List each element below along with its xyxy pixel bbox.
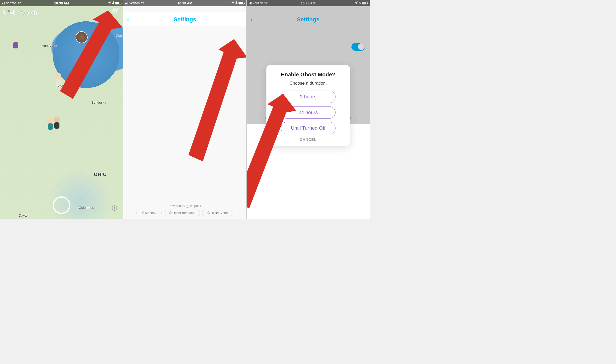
signal-icon (125, 2, 128, 4)
map-label-ohio: OHIO (94, 172, 107, 177)
map-label-dayton: Dayton (19, 214, 29, 217)
nav-header: ‹ Settings (247, 12, 370, 27)
dg-attrib[interactable]: © DigitalGlobe (202, 210, 233, 216)
location-arrow-icon (231, 1, 234, 5)
friend-bitmoji[interactable] (52, 117, 62, 130)
page-title: Settings (174, 16, 196, 23)
back-button[interactable]: ‹ (250, 15, 253, 24)
carrier-label: Verizon (253, 1, 263, 5)
nav-header: ‹ Settings (123, 12, 246, 27)
modal-title: Enable Ghost Mode? (271, 71, 345, 78)
camera-shutter-button[interactable] (53, 196, 70, 214)
battery-icon (362, 2, 368, 4)
carrier-label: Verizon (6, 1, 16, 5)
ghost-mode-toggle[interactable] (351, 43, 365, 51)
annotation-arrow-icon (185, 39, 247, 161)
map-label-sandusky: Sandusky (91, 101, 106, 104)
page-title: Settings (297, 16, 320, 23)
modal-subtitle: Choose a duration. (271, 81, 345, 86)
search-label[interactable]: Search (19, 9, 37, 16)
location-arrow-icon (355, 1, 358, 5)
bluetooth-icon (112, 1, 114, 5)
clock-label: 10:38 AM (178, 1, 192, 5)
wifi-icon (17, 1, 21, 5)
back-button[interactable]: ‹ (4, 9, 6, 17)
battery-icon (239, 2, 244, 4)
status-bar: Verizon 10:38 AM (247, 0, 370, 6)
clock-label: 10:38 AM (301, 1, 316, 5)
svg-marker-9 (188, 39, 247, 161)
bluetooth-icon (359, 1, 361, 5)
svg-marker-10 (247, 94, 296, 208)
annotation-arrow-icon (55, 10, 123, 99)
search-icon[interactable] (10, 9, 15, 16)
map-label-columbus: Columbus (79, 206, 94, 210)
locate-me-button[interactable] (111, 204, 118, 212)
back-button[interactable]: ‹ (127, 15, 129, 24)
signal-icon (2, 2, 5, 4)
wifi-icon (264, 1, 268, 5)
status-bar: Verizon 10:38 AM (123, 0, 246, 6)
signal-icon (249, 2, 252, 4)
wifi-icon (141, 1, 144, 5)
clock-label: 10:38 AM (54, 1, 69, 5)
svg-marker-8 (60, 10, 123, 99)
mapbox-attrib[interactable]: © Mapbox (136, 210, 162, 216)
carrier-label: Verizon (129, 1, 140, 5)
mapbox-logo-icon: 🄼 mapbox (186, 204, 201, 208)
location-arrow-icon (108, 1, 111, 5)
bluetooth-icon (235, 1, 237, 5)
svg-point-7 (114, 207, 115, 209)
svg-line-1 (13, 13, 15, 15)
status-bar: Verizon 10:38 AM (0, 0, 123, 6)
battery-icon (115, 2, 121, 4)
annotation-arrow-icon (247, 94, 296, 208)
attribution: Powered by 🄼 mapbox © Mapbox © OpenStree… (123, 204, 246, 216)
friend-bitmoji[interactable] (11, 36, 20, 49)
osm-attrib[interactable]: © OpenStreetMap (164, 210, 200, 216)
